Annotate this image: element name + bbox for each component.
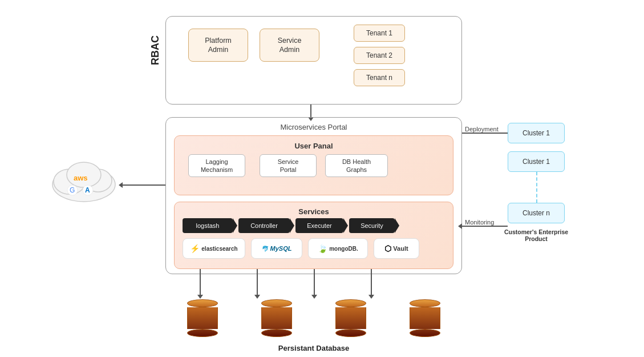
arrow-to-db4	[371, 269, 372, 295]
platform-admin-box: Platform Admin	[188, 29, 248, 62]
cyl-body-4	[410, 307, 440, 329]
db-cylinder-3	[335, 299, 366, 337]
executer-label: Executer	[307, 222, 331, 229]
deployment-arrow	[462, 133, 508, 134]
cyl-body-1	[187, 307, 218, 329]
mysql-label: MySQL	[270, 245, 292, 252]
rbac-to-micro-arrow	[310, 105, 311, 117]
svg-text:A: A	[85, 186, 90, 194]
svg-text:G: G	[70, 186, 75, 194]
cyl-bot-4	[410, 329, 440, 337]
cyl-top-1	[187, 299, 218, 307]
security-label: Security	[361, 222, 383, 229]
clustern-box: Cluster n	[508, 203, 565, 223]
cloud-shape: aws G A	[47, 153, 121, 204]
tenant2-box: Tenant 2	[354, 47, 405, 64]
main-diagram: RBAC Platform Admin Service Admin Tenant…	[0, 0, 644, 357]
service-portal-box: Service Portal	[260, 154, 317, 177]
tenant1-box: Tenant 1	[354, 25, 405, 42]
security-tag: Security	[349, 218, 395, 233]
cyl-top-3	[335, 299, 366, 307]
cyl-bot-1	[187, 329, 218, 337]
vault-label: Vault	[393, 245, 408, 252]
cyl-top-2	[261, 299, 292, 307]
customer-label-text: Customer's EnterpriseProduct	[504, 228, 568, 242]
svg-text:aws: aws	[74, 174, 88, 182]
cyl-top-4	[410, 299, 440, 307]
tenant2-label: Tenant 2	[366, 51, 392, 59]
vault-box: ⬡ Vault	[374, 238, 419, 259]
database-cylinders	[165, 299, 462, 337]
monitoring-label: Monitoring	[465, 219, 494, 226]
mongodb-box: 🍃 mongoDB.	[308, 238, 368, 259]
service-admin-box: Service Admin	[260, 29, 319, 62]
deployment-label: Deployment	[465, 126, 499, 133]
db-cylinder-2	[261, 299, 292, 337]
services-title: Services	[174, 207, 453, 216]
customer-enterprise-label: Customer's EnterpriseProduct	[499, 228, 573, 242]
cyl-bot-3	[335, 329, 366, 337]
cyl-body-3	[335, 307, 366, 329]
controller-label: Controller	[250, 222, 278, 229]
mysql-icon: 🐬	[262, 246, 269, 252]
persistent-db-label: Persistant Database	[165, 344, 462, 352]
db-health-graphs-label: DB Health Graphs	[342, 158, 371, 174]
mongodb-label: mongoDB.	[329, 246, 358, 252]
platform-admin-label: Platform Admin	[205, 36, 232, 55]
cluster1-box: Cluster 1	[508, 123, 565, 143]
cluster1-label: Cluster 1	[523, 129, 550, 137]
microservices-title: Microservices Portal	[165, 123, 462, 131]
db-cylinder-4	[410, 299, 440, 337]
tenant1-label: Tenant 1	[366, 29, 392, 37]
monitoring-arrow	[462, 226, 508, 227]
tenantn-box: Tenant n	[354, 69, 405, 86]
lagging-mechanism-label: Lagging Mechanism	[201, 158, 233, 174]
cluster-dashed-line	[536, 172, 537, 203]
elasticsearch-icon: ⚡	[190, 244, 200, 253]
elasticsearch-box: ⚡ elasticsearch	[183, 238, 245, 259]
executer-tag: Executer	[295, 218, 343, 233]
to-cloud-arrow	[123, 184, 165, 186]
arrow-to-db2	[257, 269, 258, 295]
db-health-graphs-box: DB Health Graphs	[325, 154, 388, 177]
controller-tag: Controller	[238, 218, 290, 233]
clustern-label: Cluster n	[523, 209, 550, 217]
arrow-to-db3	[314, 269, 315, 295]
cyl-body-2	[261, 307, 292, 329]
vault-icon: ⬡	[384, 244, 391, 253]
service-portal-label: Service Portal	[278, 158, 299, 174]
mysql-box: 🐬 MySQL	[251, 238, 302, 259]
cluster2-box: Cluster 1	[508, 151, 565, 172]
elasticsearch-label: elasticsearch	[201, 246, 237, 252]
lagging-mechanism-box: Lagging Mechanism	[188, 154, 245, 177]
arrow-to-db1	[200, 269, 201, 295]
user-panel-title: User Panal	[174, 142, 453, 150]
rbac-label: RBAC	[149, 16, 161, 85]
tenantn-label: Tenant n	[366, 74, 392, 82]
db-cylinder-1	[187, 299, 218, 337]
mongodb-icon: 🍃	[318, 244, 327, 253]
cyl-bot-2	[261, 329, 292, 337]
logstash-label: logstash	[196, 222, 220, 229]
logstash-tag: logstash	[183, 218, 233, 233]
service-admin-label: Service Admin	[278, 36, 302, 55]
cluster2-label: Cluster 1	[523, 158, 550, 166]
